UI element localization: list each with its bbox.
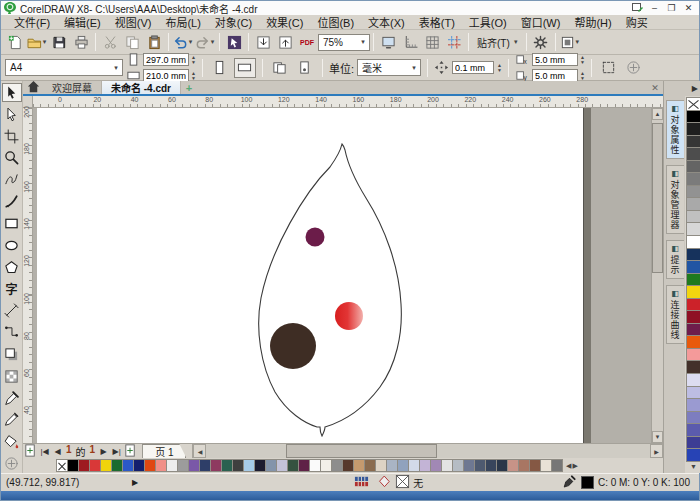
menu-item[interactable]: 文件(F) [7,14,57,30]
maximize-button[interactable]: ❐ [663,2,680,15]
menu-item[interactable]: 编辑(E) [57,14,108,30]
palette-scroll-down-button[interactable]: ▼ [686,461,700,472]
treat-as-filled-button[interactable] [598,58,620,78]
tab-document[interactable]: 未命名 -4.cdr [102,81,181,94]
transparency-tool[interactable] [2,367,22,386]
text-tool[interactable]: 字 [2,279,22,298]
horizontal-scroll-track[interactable] [206,444,650,458]
leaf-outline[interactable] [259,144,402,436]
menu-item[interactable]: 窗口(W) [514,14,568,30]
scroll-left-button[interactable]: ◀ [193,444,206,458]
publish-pdf-button[interactable]: PDF [296,32,318,53]
units-select[interactable]: 毫米▾ [357,59,421,76]
home-button[interactable] [23,81,43,94]
color-swatch[interactable] [686,386,700,400]
crop-tool[interactable] [2,127,22,146]
options-button[interactable] [530,32,552,53]
color-swatch[interactable] [686,185,700,199]
docker-tab-object-manager[interactable]: ◧对象管理器 [666,165,684,234]
pick-tool[interactable] [2,83,22,102]
application-launcher-button[interactable]: ▾ [559,32,581,53]
color-swatch[interactable] [686,248,700,262]
menu-item[interactable]: 效果(C) [259,14,310,30]
color-swatch[interactable] [686,210,700,224]
color-swatch[interactable] [686,235,700,249]
purple-circle[interactable] [306,228,325,247]
snap-to-dropdown[interactable]: 贴齐(T)▾ [472,34,523,51]
palette-scroll-left-button[interactable]: ◀ [566,462,571,470]
palette-scroll-right-button[interactable]: ▶ [572,462,577,470]
fill-status[interactable]: 无 [377,474,423,491]
outline-pen-tool[interactable] [2,410,22,429]
export-button[interactable] [274,32,296,53]
brown-circle[interactable] [270,323,316,369]
show-grid-button[interactable] [421,32,443,53]
fill-tool[interactable] [2,432,22,451]
color-swatch[interactable] [686,110,700,124]
horizontal-ruler[interactable]: 020406080100120140160180200220240260280 [33,96,663,107]
document-palette-icon[interactable] [354,474,369,491]
width-stepper[interactable]: ▲▼ [191,55,196,65]
menu-item[interactable]: 购买 [619,14,655,30]
next-page-button[interactable]: ▶ [97,444,110,458]
menu-item[interactable]: 文本(X) [361,14,412,30]
menu-item[interactable]: 表格(T) [412,14,462,30]
menu-item[interactable]: 布局(L) [158,14,207,30]
color-swatch[interactable] [686,222,700,236]
docker-expand-button[interactable]: ▶ [692,84,698,93]
color-swatch[interactable] [551,459,563,472]
color-swatch[interactable] [686,360,700,374]
property-bar-options-button[interactable] [623,58,645,78]
paste-button[interactable] [143,32,165,53]
color-swatch[interactable] [686,323,700,337]
status-expand-arrow-icon[interactable]: ▶ [132,478,138,487]
drop-shadow-tool[interactable] [2,345,22,364]
drawing-canvas[interactable] [33,108,651,443]
quick-customize-icon[interactable] [629,2,646,15]
search-content-button[interactable] [223,32,245,53]
color-swatch[interactable] [686,373,700,387]
page-1-tab[interactable]: 页 1 [142,444,186,458]
dimension-tool[interactable] [2,301,22,320]
eyedropper-tool[interactable] [2,389,22,408]
show-rulers-button[interactable] [399,32,421,53]
color-swatch[interactable] [686,411,700,425]
page-width-input[interactable] [143,53,189,66]
first-page-button[interactable]: |◀ [38,444,51,458]
cut-button[interactable] [99,32,121,53]
menu-item[interactable]: 位图(B) [310,14,361,30]
previous-page-button[interactable]: ◀ [51,444,64,458]
print-button[interactable] [70,32,92,53]
color-swatch[interactable] [686,436,700,450]
menu-item[interactable]: 对象(C) [208,14,259,30]
add-page-end-button[interactable] [123,444,138,458]
shape-tool[interactable] [2,105,22,124]
zoom-tool[interactable] [2,149,22,168]
close-document-button[interactable]: ✕ [647,81,663,94]
color-swatch[interactable] [686,448,700,462]
scroll-right-button[interactable]: ▶ [650,444,663,458]
show-guidelines-button[interactable] [443,32,465,53]
color-swatch[interactable] [686,348,700,362]
vertical-scroll-track[interactable] [652,120,663,431]
color-swatch[interactable] [686,310,700,324]
scroll-down-button[interactable]: ▼ [652,431,663,443]
vertical-ruler[interactable]: 200180160140120100806040 [23,108,33,443]
duplicate-x-input[interactable] [532,53,578,66]
color-swatch[interactable] [686,160,700,174]
nudge-input[interactable] [452,61,494,74]
close-button[interactable]: ✕ [680,2,697,15]
no-color-swatch[interactable] [56,459,68,472]
zoom-level-select[interactable]: 75%▾ [318,34,370,51]
docker-tab-object-properties[interactable]: ◧对象属性 [666,100,684,159]
new-tab-button[interactable]: + [181,81,197,94]
color-swatch[interactable] [686,122,700,136]
ellipse-tool[interactable] [2,236,22,255]
artistic-media-tool[interactable] [2,192,22,211]
outline-status[interactable]: C: 0 M: 0 Y: 0 K: 100 [562,474,694,491]
last-page-button[interactable]: ▶| [110,444,123,458]
add-page-start-button[interactable] [23,444,38,458]
connector-tool[interactable] [2,323,22,342]
red-gradient-circle[interactable] [335,302,363,330]
redo-button[interactable]: ▾ [194,32,216,53]
